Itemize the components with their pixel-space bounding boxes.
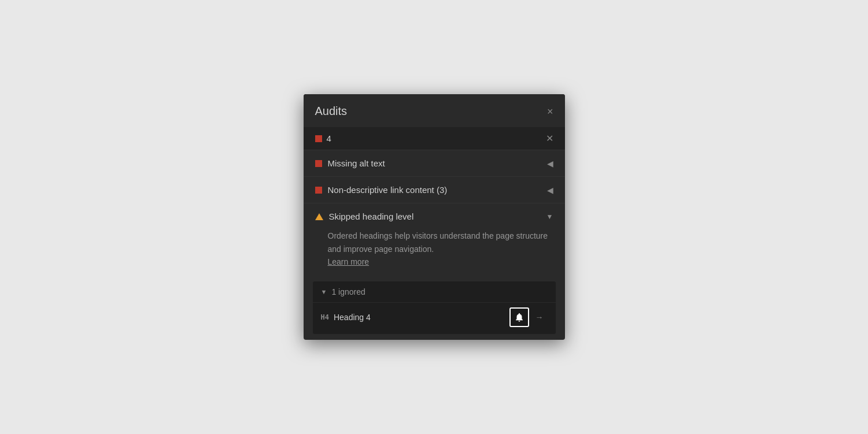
audit-item-left: Skipped heading level — [315, 212, 414, 221]
error-icon — [315, 160, 322, 167]
audit-item-non-descriptive-link[interactable]: Non-descriptive link content (3) ◀ — [304, 176, 565, 203]
audit-item-left: Missing alt text — [315, 158, 385, 168]
audit-label: Missing alt text — [328, 158, 385, 168]
audit-item-missing-alt-text[interactable]: Missing alt text ◀ — [304, 150, 565, 176]
dismiss-all-button[interactable]: ✕ — [546, 133, 553, 144]
navigate-button[interactable]: → — [531, 309, 548, 325]
chevron-right-icon: ◀ — [547, 159, 553, 168]
audit-count: 4 — [327, 133, 331, 143]
panel-header: Audits × — [304, 94, 565, 127]
heading-item-row: H4 Heading 4 → — [313, 302, 556, 334]
ignored-chevron-down-icon: ▼ — [321, 288, 327, 295]
h4-badge: H4 — [321, 313, 329, 321]
audits-panel: Audits × 4 ✕ Missing alt text ◀ Non-desc… — [304, 94, 565, 339]
bell-icon — [514, 312, 525, 322]
count-left: 4 — [315, 133, 331, 143]
audit-item-skipped-heading: Skipped heading level ▼ Ordered headings… — [304, 203, 565, 333]
heading-actions: → — [509, 307, 548, 327]
audit-label: Non-descriptive link content (3) — [328, 185, 448, 195]
ignored-label: 1 ignored — [331, 287, 365, 296]
learn-more-link[interactable]: Learn more — [328, 257, 370, 266]
audit-row-skipped-heading[interactable]: Skipped heading level ▼ — [304, 203, 565, 229]
ignored-section: ▼ 1 ignored H4 Heading 4 → — [313, 281, 556, 334]
warning-icon — [315, 213, 323, 220]
heading-text: Heading 4 — [334, 313, 371, 322]
audit-item-left: Non-descriptive link content (3) — [315, 185, 448, 195]
audit-description: Ordered headings help visitors understan… — [304, 229, 565, 275]
heading-left: H4 Heading 4 — [321, 313, 371, 322]
count-row: 4 ✕ — [304, 127, 565, 150]
chevron-right-icon: ◀ — [547, 186, 553, 195]
close-button[interactable]: × — [547, 106, 553, 117]
error-count-icon — [315, 135, 322, 142]
audit-description-text: Ordered headings help visitors understan… — [328, 231, 548, 253]
ignore-button[interactable] — [509, 307, 529, 327]
chevron-down-icon: ▼ — [546, 213, 553, 221]
ignored-row[interactable]: ▼ 1 ignored — [313, 281, 556, 302]
error-icon — [315, 187, 322, 194]
panel-title: Audits — [315, 105, 348, 118]
audit-label: Skipped heading level — [329, 212, 414, 221]
